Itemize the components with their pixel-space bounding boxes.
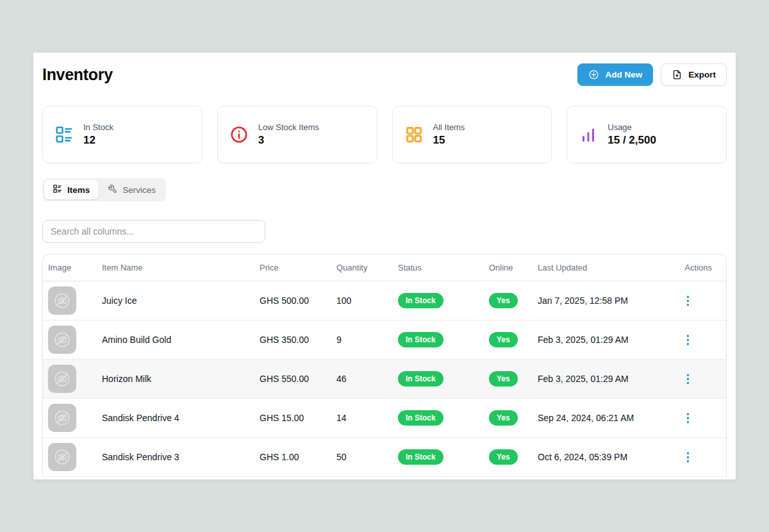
item-name: Sandisk Pendrive 4 xyxy=(102,413,260,423)
stat-card-usage: Usage 15 / 2,500 xyxy=(566,106,727,163)
stat-label: In Stock xyxy=(83,122,113,132)
search-input[interactable] xyxy=(42,220,265,243)
column-header-status: Status xyxy=(398,263,489,272)
file-download-icon xyxy=(672,69,682,80)
item-quantity: 14 xyxy=(336,413,398,423)
plus-circle-icon xyxy=(588,69,599,80)
kebab-menu-icon xyxy=(686,452,690,463)
column-header-last-updated: Last Updated xyxy=(538,263,674,272)
column-header-quantity: Quantity xyxy=(336,263,398,272)
camera-off-icon xyxy=(53,370,71,388)
column-header-online: Online xyxy=(489,263,538,272)
item-quantity: 9 xyxy=(336,335,398,345)
item-name: Juicy Ice xyxy=(102,295,260,306)
status-badge: In Stock xyxy=(398,410,443,426)
wrench-icon xyxy=(108,184,117,195)
table-row[interactable]: Sandisk Pendrive 4 GHS 15.00 14 In Stock… xyxy=(43,399,726,438)
table-row[interactable]: Amino Build Gold GHS 350.00 9 In Stock Y… xyxy=(43,320,726,360)
item-quantity: 50 xyxy=(336,452,398,462)
item-name: Horizon Milk xyxy=(102,374,260,384)
search-area xyxy=(42,220,727,243)
item-price: GHS 1.00 xyxy=(260,452,336,462)
column-header-actions: Actions xyxy=(674,263,721,272)
page-header: Inventory Add New Export xyxy=(42,63,727,86)
stat-value: 15 / 2,500 xyxy=(608,134,656,147)
camera-off-icon xyxy=(53,448,71,466)
row-actions-menu-button[interactable] xyxy=(682,449,693,465)
inventory-table: Image Item Name Price Quantity Status On… xyxy=(42,254,727,477)
kebab-menu-icon xyxy=(686,413,690,424)
online-badge: Yes xyxy=(489,449,518,465)
online-badge: Yes xyxy=(489,371,518,387)
stat-value: 15 xyxy=(433,134,465,147)
stats-row: In Stock 12 Low Stock Items 3 xyxy=(42,106,727,163)
no-image-placeholder xyxy=(48,404,76,432)
camera-off-icon xyxy=(53,409,71,427)
row-actions-menu-button[interactable] xyxy=(682,332,693,348)
list-details-icon xyxy=(54,125,74,144)
tab-services[interactable]: Services xyxy=(99,180,164,199)
table-row[interactable]: Juicy Ice GHS 500.00 100 In Stock Yes Ja… xyxy=(43,281,726,320)
no-image-placeholder xyxy=(48,326,76,354)
add-new-button[interactable]: Add New xyxy=(577,63,653,86)
item-name: Amino Build Gold xyxy=(102,335,260,345)
no-image-placeholder xyxy=(48,365,76,393)
item-price: GHS 550.00 xyxy=(260,374,336,384)
stat-label: All Items xyxy=(433,122,465,132)
status-badge: In Stock xyxy=(398,449,443,465)
table-row[interactable]: Horizon Milk GHS 550.00 46 In Stock Yes … xyxy=(43,360,726,399)
status-badge: In Stock xyxy=(398,371,443,387)
column-header-item-name: Item Name xyxy=(102,263,260,272)
no-image-placeholder xyxy=(48,443,76,471)
stat-value: 3 xyxy=(258,134,319,147)
inventory-page-card: Inventory Add New Export xyxy=(33,53,736,479)
item-price: GHS 500.00 xyxy=(260,295,336,306)
table-body: Juicy Ice GHS 500.00 100 In Stock Yes Ja… xyxy=(43,281,726,477)
grid-squares-icon xyxy=(404,125,424,144)
header-actions: Add New Export xyxy=(577,63,727,86)
alert-info-circle-icon xyxy=(229,125,249,144)
last-updated: Feb 3, 2025, 01:29 AM xyxy=(538,374,674,384)
online-badge: Yes xyxy=(489,293,518,308)
stat-label: Usage xyxy=(608,122,656,132)
row-actions-menu-button[interactable] xyxy=(682,293,693,309)
row-actions-menu-button[interactable] xyxy=(682,410,693,426)
item-quantity: 46 xyxy=(336,374,398,384)
stat-value: 12 xyxy=(83,134,113,147)
camera-off-icon xyxy=(53,331,71,349)
status-badge: In Stock xyxy=(398,332,443,347)
item-price: GHS 15.00 xyxy=(260,413,336,423)
item-price: GHS 350.00 xyxy=(260,335,336,345)
kebab-menu-icon xyxy=(686,295,690,306)
kebab-menu-icon xyxy=(686,374,690,385)
stat-label: Low Stock Items xyxy=(258,122,319,132)
bar-chart-icon xyxy=(579,125,598,144)
item-quantity: 100 xyxy=(336,295,398,306)
status-badge: In Stock xyxy=(398,293,443,308)
stat-card-in-stock: In Stock 12 xyxy=(42,106,203,163)
column-header-price: Price xyxy=(260,263,336,272)
page-title: Inventory xyxy=(42,65,113,84)
last-updated: Jan 7, 2025, 12:58 PM xyxy=(538,295,674,306)
column-header-image: Image xyxy=(48,263,102,272)
table-row[interactable]: Sandisk Pendrive 3 GHS 1.00 50 In Stock … xyxy=(43,438,726,477)
items-services-tabs: Items Services xyxy=(42,178,166,201)
last-updated: Feb 3, 2025, 01:29 AM xyxy=(538,335,674,345)
kebab-menu-icon xyxy=(686,335,690,345)
online-badge: Yes xyxy=(489,332,518,347)
item-name: Sandisk Pendrive 3 xyxy=(102,452,260,462)
no-image-placeholder xyxy=(48,287,76,315)
stat-card-low-stock: Low Stock Items 3 xyxy=(217,106,377,163)
last-updated: Oct 6, 2024, 05:39 PM xyxy=(538,452,674,462)
online-badge: Yes xyxy=(489,410,518,426)
tab-items[interactable]: Items xyxy=(44,180,98,199)
list-details-icon xyxy=(53,184,62,195)
table-header-row: Image Item Name Price Quantity Status On… xyxy=(43,254,726,281)
camera-off-icon xyxy=(53,292,71,310)
row-actions-menu-button[interactable] xyxy=(682,371,693,387)
last-updated: Sep 24, 2024, 06:21 AM xyxy=(538,413,674,423)
export-button[interactable]: Export xyxy=(661,63,727,86)
stat-card-all-items: All Items 15 xyxy=(392,106,552,163)
